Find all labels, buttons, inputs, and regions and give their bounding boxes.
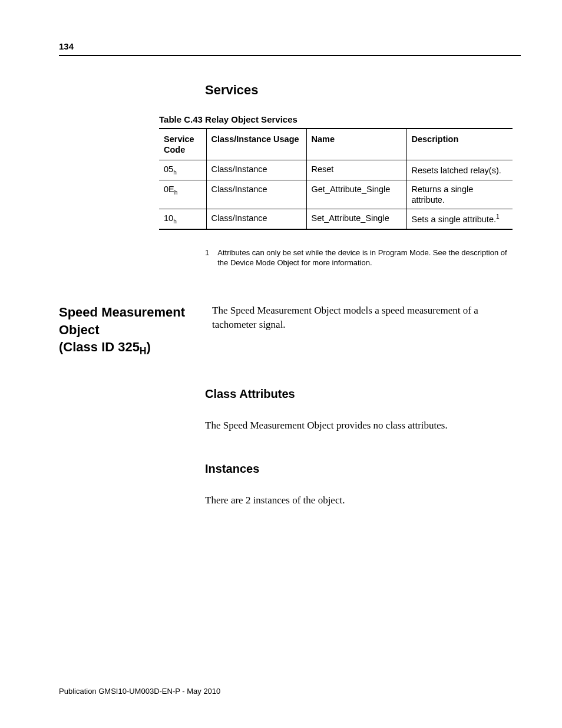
services-heading: Services [205, 83, 521, 98]
class-attributes-heading: Class Attributes [205, 387, 521, 401]
instances-body: There are 2 instances of the object. [205, 493, 521, 508]
cell-usage: Class/Instance [206, 180, 306, 209]
table-footnote: 1 Attributes can only be set while the d… [205, 248, 517, 268]
table-caption: Table C.43 Relay Object Services [159, 114, 521, 124]
cell-service-code: 0Eh [159, 180, 206, 209]
cell-name: Set_Attribute_Single [306, 209, 406, 229]
footnote-number: 1 [205, 248, 209, 268]
col-service-code: Service Code [159, 129, 206, 160]
cell-usage: Class/Instance [206, 209, 306, 229]
table-row: 05h Class/Instance Reset Resets latched … [159, 160, 513, 180]
publication-footer: Publication GMSI10-UM003D-EN-P - May 201… [59, 687, 220, 696]
cell-name: Reset [306, 160, 406, 180]
class-attributes-body: The Speed Measurement Object provides no… [205, 419, 521, 433]
cell-service-code: 05h [159, 160, 206, 180]
col-description: Description [406, 129, 513, 160]
table-row: 0Eh Class/Instance Get_Attribute_Single … [159, 180, 513, 209]
services-table: Service Code Class/Instance Usage Name D… [159, 128, 513, 230]
col-usage: Class/Instance Usage [206, 129, 306, 160]
page-number: 134 [59, 41, 521, 51]
cell-description: Sets a single attribute.1 [406, 209, 513, 229]
col-name: Name [306, 129, 406, 160]
instances-heading: Instances [205, 462, 521, 476]
speed-intro-text: The Speed Measurement Object models a sp… [212, 304, 521, 332]
top-divider [59, 55, 521, 56]
cell-name: Get_Attribute_Single [306, 180, 406, 209]
speed-object-heading: Speed Measurement Object (Class ID 325H) [59, 304, 205, 358]
cell-description: Returns a single attribute. [406, 180, 513, 209]
cell-service-code: 10h [159, 209, 206, 229]
footnote-text: Attributes can only be set while the dev… [217, 248, 517, 268]
cell-usage: Class/Instance [206, 160, 306, 180]
cell-description: Resets latched relay(s). [406, 160, 513, 180]
table-row: 10h Class/Instance Set_Attribute_Single … [159, 209, 513, 229]
